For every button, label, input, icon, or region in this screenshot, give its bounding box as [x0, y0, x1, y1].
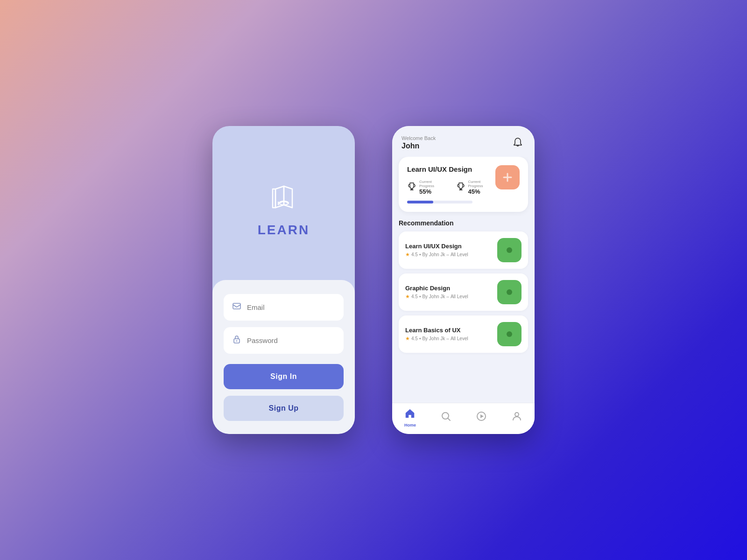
login-form: Sign In Sign Up: [212, 280, 355, 434]
trophy-icon-2: [456, 182, 465, 193]
progress-row: Current Progress 55%: [407, 180, 495, 195]
nav-item-profile[interactable]: [511, 411, 522, 425]
rec-item-3-rating: 4.5: [411, 336, 418, 341]
rec-item-3-author: By John Jk: [422, 336, 445, 341]
svg-rect-1: [233, 303, 240, 309]
app-logo-icon: [265, 178, 303, 215]
current-course-title: Learn UI/UX Design: [407, 165, 495, 173]
rec-item-3-thumbnail: [497, 322, 521, 346]
course-card-thumbnail: [495, 165, 520, 189]
login-screen: LEARN Sign In Sign Up: [212, 126, 355, 434]
rec-item-3-title: Learn Basics of UX: [405, 327, 468, 334]
rec-item-1-title: Learn UI/UX Design: [405, 243, 468, 250]
home-content: Learn UI/UX Design: [392, 157, 535, 403]
rec-item-1-thumbnail: [497, 238, 521, 262]
profile-nav-icon: [511, 411, 522, 425]
recommendation-title: Recommendation: [399, 219, 528, 227]
rec-item-3[interactable]: Learn Basics of UX ★ 4.5 • By John Jk – …: [399, 315, 528, 353]
rec-item-2[interactable]: Graphic Design ★ 4.5 • By John Jk – All …: [399, 273, 528, 311]
rec-item-2-title: Graphic Design: [405, 285, 468, 292]
rec-item-2-level: All Level: [451, 294, 468, 299]
progress-bar-track: [407, 201, 472, 203]
email-field-container[interactable]: [224, 294, 344, 321]
rec-item-2-meta: ★ 4.5 • By John Jk – All Level: [405, 294, 468, 300]
trophy-icon-1: [407, 182, 416, 193]
progress-item-2: Current Progress 45%: [456, 180, 496, 195]
rec-item-1-rating: 4.5: [411, 252, 418, 257]
lock-icon: [232, 335, 241, 346]
signin-button[interactable]: Sign In: [224, 364, 344, 389]
progress-label-1: Current Progress: [419, 180, 447, 188]
svg-point-6: [515, 413, 519, 416]
home-screen: Welcome Back John Learn UI/UX Design: [392, 126, 535, 434]
nav-item-home[interactable]: Home: [404, 408, 416, 427]
star-icon-3: ★: [405, 336, 410, 342]
rec-item-2-rating: 4.5: [411, 294, 418, 299]
search-nav-icon: [440, 411, 451, 425]
home-nav-icon: [404, 408, 416, 422]
notification-bell-icon[interactable]: [510, 135, 525, 150]
star-icon-2: ★: [405, 294, 410, 300]
password-field-container[interactable]: [224, 327, 344, 354]
rec-thumb-dot-1: [507, 247, 512, 253]
nav-item-search[interactable]: [440, 411, 451, 425]
rec-thumb-dot-2: [507, 289, 512, 295]
rec-item-1[interactable]: Learn UI/UX Design ★ 4.5 • By John Jk – …: [399, 231, 528, 269]
rec-item-3-level: All Level: [451, 336, 468, 341]
rec-item-3-meta: ★ 4.5 • By John Jk – All Level: [405, 336, 468, 342]
progress-item-1: Current Progress 55%: [407, 180, 447, 195]
home-header: Welcome Back John: [392, 126, 535, 157]
rec-item-1-level: All Level: [451, 252, 468, 257]
course-card-left: Learn UI/UX Design: [407, 165, 495, 203]
nav-item-play[interactable]: [476, 411, 487, 425]
signup-button[interactable]: Sign Up: [224, 396, 344, 421]
user-name: John: [402, 142, 436, 150]
play-nav-icon: [476, 411, 487, 425]
current-course-card[interactable]: Learn UI/UX Design: [399, 157, 528, 212]
login-top-area: LEARN: [212, 126, 355, 280]
progress-label-2: Current Progress: [468, 180, 496, 188]
welcome-text: Welcome Back: [402, 135, 436, 141]
progress-value-1: 55%: [419, 188, 447, 195]
email-icon: [232, 301, 241, 313]
rec-item-2-thumbnail: [497, 280, 521, 304]
svg-point-3: [236, 340, 237, 341]
welcome-area: Welcome Back John: [402, 135, 436, 150]
home-nav-label: Home: [404, 423, 416, 427]
progress-bar-fill: [407, 201, 433, 203]
rec-item-1-author: By John Jk: [422, 252, 445, 257]
star-icon-1: ★: [405, 252, 410, 258]
rec-item-2-author: By John Jk: [422, 294, 445, 299]
app-title: LEARN: [258, 223, 310, 238]
bottom-nav: Home: [392, 403, 535, 434]
password-input[interactable]: [247, 336, 335, 344]
email-input[interactable]: [247, 303, 335, 311]
rec-item-1-meta: ★ 4.5 • By John Jk – All Level: [405, 252, 468, 258]
progress-value-2: 45%: [468, 188, 496, 195]
rec-thumb-dot-3: [507, 331, 512, 337]
